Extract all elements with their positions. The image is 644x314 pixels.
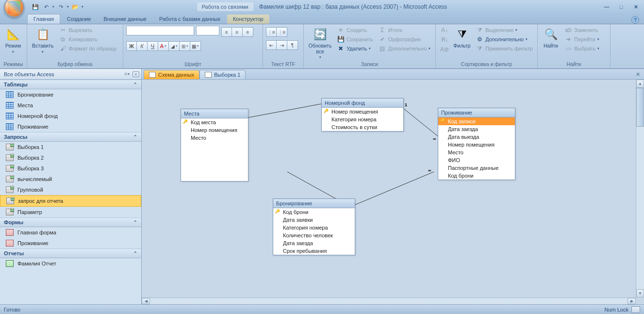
refresh-button[interactable]: 🔄 Обновить все ▾	[307, 26, 333, 60]
rel-field[interactable]: Место	[438, 149, 515, 156]
rel-field[interactable]: Количество человек	[273, 231, 355, 239]
help-icon[interactable]: ?	[631, 16, 639, 24]
doc-tab-schema[interactable]: Схема данных	[144, 70, 199, 79]
rel-field[interactable]: Дата заезда	[273, 239, 355, 247]
new-record-button[interactable]: ✳Создать	[335, 26, 375, 34]
rel-field[interactable]: Номер помещения	[181, 126, 248, 134]
gridlines-button[interactable]: ⊞	[180, 41, 190, 51]
delete-button[interactable]: ✖Удалить ▾	[335, 44, 375, 53]
minimize-button[interactable]: —	[601, 4, 612, 10]
nav-item-form[interactable]: Проживание	[0, 238, 141, 248]
underline-button[interactable]: Ч	[148, 41, 158, 51]
nav-group-queries[interactable]: Запросы⌃	[0, 132, 141, 142]
clear-sort-button[interactable]: A⊘	[439, 45, 450, 54]
increase-list-button[interactable]: ⋮≡	[277, 27, 287, 37]
rel-field[interactable]: Номер помещения	[322, 108, 403, 116]
indent-left-button[interactable]: ⇤	[266, 40, 277, 50]
format-painter-button[interactable]: 🖌Формат по образцу	[57, 44, 119, 53]
nav-item-table[interactable]: Номерной фонд	[0, 111, 141, 121]
rel-table-booking[interactable]: Бронирование Код брони Дата заявки Катег…	[273, 198, 355, 255]
tab-external[interactable]: Внешние данные	[98, 15, 152, 24]
rel-field[interactable]: Дата выезда	[438, 133, 515, 141]
tab-home[interactable]: Главная	[27, 14, 60, 24]
totals-button[interactable]: ΣИтоги	[377, 26, 432, 34]
undo-dropdown[interactable]: ▾	[52, 5, 54, 9]
sort-desc-button[interactable]: Я↓	[439, 35, 450, 44]
rel-field[interactable]: ФИО	[438, 156, 515, 164]
nav-group-tables[interactable]: Таблицы⌃	[0, 80, 141, 89]
rel-field[interactable]: Категория номера	[322, 116, 403, 123]
scroll-left-button[interactable]: ◀	[142, 298, 150, 304]
indent-right-button[interactable]: ⇥	[277, 40, 287, 50]
sort-asc-button[interactable]: A↓	[439, 26, 450, 34]
toggle-filter-button[interactable]: ⧩Применить фильтр	[474, 44, 535, 53]
rel-field[interactable]: Срок пребывания	[273, 247, 355, 255]
doc-tab-query[interactable]: Выборка 1	[199, 70, 246, 79]
rel-field[interactable]: Код брони	[438, 172, 515, 180]
nav-item-query[interactable]: Выборка 3	[0, 163, 141, 174]
nav-item-query[interactable]: Выборка 1	[0, 142, 141, 152]
alt-color-button[interactable]: ▦	[190, 41, 201, 51]
restore-button[interactable]: □	[616, 4, 627, 10]
font-name-combo[interactable]	[126, 26, 194, 35]
nav-item-table[interactable]: Проживание	[0, 121, 141, 132]
copy-button[interactable]: ⧉Копировать	[57, 35, 119, 44]
more-button[interactable]: ▤Дополнительно ▾	[377, 44, 432, 53]
rel-field[interactable]: Стоимость в сутки	[322, 123, 403, 131]
rel-field[interactable]: Дата заявки	[273, 216, 355, 224]
view-button[interactable]: 📐 Режим ▾	[3, 26, 23, 55]
rel-field[interactable]: Место	[181, 134, 248, 142]
rel-field[interactable]: Категория номера	[273, 224, 355, 231]
nav-item-form[interactable]: Главная форма	[0, 227, 141, 238]
tab-dbtools[interactable]: Работа с базами данных	[153, 15, 226, 24]
align-center-button[interactable]: ≡	[232, 27, 243, 37]
save-icon[interactable]: 💾	[31, 2, 40, 11]
rel-field[interactable]: Номер помещения	[438, 141, 515, 149]
font-color-button[interactable]: A	[158, 41, 169, 51]
paste-button[interactable]: 📋 Вставить ▾	[30, 26, 56, 55]
fill-color-button[interactable]: ◢	[169, 41, 180, 51]
nav-item-query[interactable]: запрос для отчета	[0, 195, 141, 207]
nav-group-forms[interactable]: Формы⌃	[0, 217, 141, 227]
align-left-button[interactable]: ≡	[221, 27, 232, 37]
rel-field[interactable]: Код места	[181, 118, 248, 126]
italic-button[interactable]: К	[137, 41, 148, 51]
undo-icon[interactable]: ↶	[42, 2, 50, 11]
align-right-button[interactable]: ≡	[243, 27, 253, 37]
nav-header[interactable]: Все объекты Access ⊙▾ «	[0, 69, 141, 80]
nav-item-query[interactable]: вычисляемый	[0, 174, 141, 184]
rel-table-stay[interactable]: Проживание Код записи Дата заезда Дата в…	[438, 108, 515, 180]
nav-item-query[interactable]: Групповой	[0, 184, 141, 195]
vertical-scrollbar[interactable]: ▲ ▼	[636, 80, 644, 297]
nav-item-query[interactable]: Параметр	[0, 207, 141, 217]
doc-close-button[interactable]: ✕	[634, 71, 642, 78]
tab-design[interactable]: Конструктор	[227, 15, 269, 24]
nav-dropdown-icon[interactable]: ⊙▾	[124, 72, 130, 76]
selection-button[interactable]: ⧩Выделение ▾	[474, 26, 535, 34]
nav-item-query[interactable]: Выборка 2	[0, 152, 141, 163]
relationship-canvas[interactable]: 1 ∞ 1 ∞ 1 ∞ Места Код места Номер помеще…	[142, 80, 644, 304]
close-button[interactable]: ✕	[630, 4, 641, 10]
nav-item-table[interactable]: Места	[0, 100, 141, 111]
filter-button[interactable]: ⧩ Фильтр	[452, 26, 472, 50]
rel-field[interactable]: Код записи	[438, 117, 515, 125]
rel-table-rooms[interactable]: Номерной фонд Номер помещения Категория …	[321, 98, 404, 132]
spelling-button[interactable]: ✔Орфография	[377, 35, 432, 44]
select-button[interactable]: ▭Выбрать ▾	[562, 44, 601, 53]
rel-field[interactable]: Код брони	[273, 208, 355, 216]
advanced-filter-button[interactable]: ⚙Дополнительно ▾	[474, 35, 535, 44]
rel-field[interactable]: Паспортные данные	[438, 164, 515, 172]
rel-table-places[interactable]: Места Код места Номер помещения Место	[181, 109, 248, 182]
tab-create[interactable]: Создание	[61, 15, 97, 24]
view-mode-button[interactable]	[631, 306, 640, 313]
decrease-list-button[interactable]: ⋮≡	[266, 27, 277, 37]
scroll-down-button[interactable]: ▼	[636, 289, 644, 297]
redo-dropdown[interactable]: ▾	[67, 5, 69, 9]
find-button[interactable]: 🔍 Найти	[541, 26, 561, 50]
scroll-up-button[interactable]: ▲	[636, 80, 644, 88]
nav-group-reports[interactable]: Отчеты⌃	[0, 248, 141, 258]
rel-field[interactable]: Дата заезда	[438, 125, 515, 133]
ltr-button[interactable]: ¶	[287, 40, 298, 50]
cut-button[interactable]: ✂Вырезать	[57, 26, 119, 34]
redo-icon[interactable]: ↷	[56, 2, 65, 11]
